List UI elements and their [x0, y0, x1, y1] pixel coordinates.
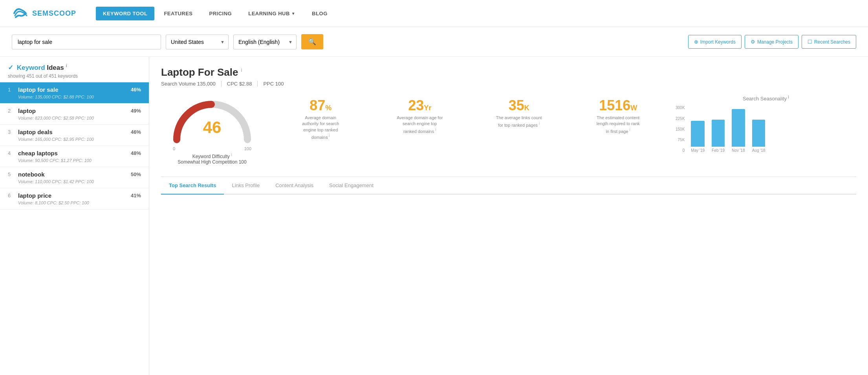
- keyword-stats: Search Volume 135,000 CPC $2.88 PPC 100: [161, 81, 856, 87]
- bar-label: Feb '19: [712, 148, 725, 153]
- content-area: Laptop For Sale i Search Volume 135,000 …: [149, 57, 868, 375]
- kw-pct: 41%: [131, 193, 141, 198]
- y-label: 75K: [676, 138, 685, 142]
- kw-name: laptop price: [15, 192, 131, 199]
- bar-column: Aug '18: [752, 120, 765, 153]
- bar: [732, 109, 745, 147]
- kw-number: 3: [8, 129, 15, 135]
- gauge-max: 100: [244, 146, 251, 151]
- logo-text: SEMSCOOP: [32, 9, 76, 18]
- gauge-wrap: 46: [169, 95, 255, 146]
- bar-label: Nov '18: [732, 148, 745, 153]
- stats-section: 87% Average domain authority for search …: [275, 98, 664, 140]
- action-buttons: ⊕ Import Keywords ⚙ Manage Projects ☐ Re…: [688, 35, 856, 49]
- keyword-item[interactable]: 6 laptop price 41% Volume: 8,100 CPC: $2…: [0, 188, 149, 209]
- seasonality-section: Search Seasonality i 300K 225K 150K 75K …: [676, 95, 856, 153]
- gauge-info-icon: i: [231, 153, 232, 157]
- logo-icon: [12, 5, 29, 22]
- search-input-wrap: [12, 35, 161, 49]
- manage-projects-button[interactable]: ⚙ Manage Projects: [745, 35, 798, 49]
- keyword-item[interactable]: 4 cheap laptops 48% Volume: 90,500 CPC: …: [0, 146, 149, 167]
- sidebar-title: ✓ Keyword Ideas i: [8, 63, 141, 72]
- country-select[interactable]: United States United Kingdom Canada Aust…: [166, 35, 229, 49]
- import-icon: ⊕: [694, 39, 698, 45]
- stat-info-icon: i: [539, 121, 540, 126]
- metrics-layout: 46 0 100 Keyword Difficulty i Somewhat H…: [161, 95, 856, 165]
- kw-pct: 46%: [131, 87, 141, 93]
- stat-value: 1516W: [595, 98, 642, 113]
- kw-number: 2: [8, 108, 15, 114]
- bar-column: May '19: [691, 121, 705, 153]
- kw-number: 4: [8, 150, 15, 156]
- search-button[interactable]: 🔍: [301, 34, 323, 49]
- kw-meta: Volume: 110,000 CPC: $1.42 PPC: 100: [8, 179, 141, 184]
- kw-number: 6: [8, 193, 15, 198]
- bar: [691, 121, 705, 147]
- keyword-main-title: Laptop For Sale i: [161, 66, 856, 78]
- language-select-wrap: English (English) Spanish (Spanish) Fren…: [233, 35, 297, 49]
- kw-name: cheap laptops: [15, 150, 131, 157]
- keyword-item[interactable]: 2 laptop 49% Volume: 823,000 CPC: $2.58 …: [0, 104, 149, 125]
- gauge-label: Keyword Difficulty i Somewhat High Compe…: [161, 153, 263, 165]
- kw-meta: Volume: 135,000 CPC: $2.88 PPC: 100: [8, 95, 141, 99]
- stat-info-icon: i: [630, 127, 630, 132]
- logo: SEMSCOOP: [12, 5, 76, 22]
- import-keywords-button[interactable]: ⊕ Import Keywords: [688, 35, 742, 49]
- keyword-item[interactable]: 3 laptop deals 46% Volume: 165,000 CPC: …: [0, 125, 149, 146]
- tabs-section: Top Search Results Links Profile Content…: [161, 177, 856, 195]
- keyword-item[interactable]: 5 notebook 50% Volume: 110,000 CPC: $1.4…: [0, 167, 149, 188]
- search-volume-stat: Search Volume 135,000: [161, 81, 221, 87]
- kw-pct: 46%: [131, 129, 141, 135]
- ppc-stat: PPC 100: [257, 81, 289, 87]
- sidebar: ✓ Keyword Ideas i showing 451 out of 451…: [0, 57, 149, 375]
- kw-pct: 48%: [131, 150, 141, 156]
- recent-searches-button[interactable]: ☐ Recent Searches: [802, 35, 856, 49]
- kw-name: laptop: [15, 107, 131, 114]
- bar-column: Nov '18: [732, 109, 745, 153]
- nav-features[interactable]: FEATURES: [157, 7, 200, 20]
- gauge-min: 0: [173, 146, 175, 151]
- nav-blog[interactable]: BLOG: [305, 7, 335, 20]
- keyword-item[interactable]: 1 laptop for sale 46% Volume: 135,000 CP…: [0, 82, 149, 104]
- main-layout: ✓ Keyword Ideas i showing 451 out of 451…: [0, 57, 868, 375]
- sidebar-showing: showing 451 out of 451 keywords: [8, 73, 141, 79]
- nav-keyword-tool[interactable]: KEYWORD TOOL: [96, 7, 154, 20]
- nav: KEYWORD TOOL FEATURES PRICING LEARNING H…: [96, 7, 335, 20]
- nav-learning-hub[interactable]: LEARNING HUB ▼: [241, 7, 302, 20]
- chart-y-labels: 300K 225K 150K 75K 0: [676, 106, 687, 153]
- y-label: 225K: [676, 117, 685, 121]
- seasonality-title: Search Seasonality i: [676, 95, 856, 102]
- y-label: 300K: [676, 106, 685, 110]
- tab-content-analysis[interactable]: Content Analysis: [267, 177, 321, 194]
- bar-column: Feb '19: [712, 120, 725, 153]
- sidebar-keyword-label: Keyword: [17, 64, 45, 71]
- sidebar-header: ✓ Keyword Ideas i showing 451 out of 451…: [0, 57, 149, 82]
- search-input[interactable]: [12, 35, 161, 49]
- tab-links-profile[interactable]: Links Profile: [224, 177, 267, 194]
- gauge-scale: 0 100: [169, 146, 255, 151]
- kw-name: notebook: [15, 171, 131, 178]
- stat-info-icon: i: [329, 133, 330, 138]
- search-area: United States United Kingdom Canada Aust…: [0, 27, 868, 57]
- tab-social-engagement[interactable]: Social Engagement: [321, 177, 381, 194]
- tab-top-search-results[interactable]: Top Search Results: [161, 177, 224, 194]
- chart-bars: May '19Feb '19Nov '18Aug '18: [687, 106, 774, 153]
- language-select[interactable]: English (English) Spanish (Spanish) Fren…: [233, 35, 297, 49]
- chart-container: 300K 225K 150K 75K 0 May '19Feb '19Nov '…: [676, 106, 856, 153]
- tabs-row: Top Search Results Links Profile Content…: [161, 177, 856, 195]
- gauge-section: 46 0 100 Keyword Difficulty i Somewhat H…: [161, 95, 263, 165]
- stat-card-age: 23Yr Average domain age for search engin…: [396, 98, 443, 140]
- gear-icon: ⚙: [751, 39, 755, 45]
- bar: [752, 120, 765, 147]
- kw-meta: Volume: 165,000 CPC: $2.95 PPC: 100: [8, 137, 141, 142]
- stat-card-links: 35K The average links count for top rank…: [495, 98, 542, 140]
- kw-meta: Volume: 90,500 CPC: $1.27 PPC: 100: [8, 158, 141, 163]
- title-info-icon: i: [241, 67, 242, 73]
- stat-value: 23Yr: [396, 98, 443, 113]
- kw-number: 1: [8, 87, 15, 93]
- keyword-list: 1 laptop for sale 46% Volume: 135,000 CP…: [0, 82, 149, 209]
- nav-pricing[interactable]: PRICING: [202, 7, 239, 20]
- gauge-value: 46: [203, 118, 222, 137]
- y-label: 0: [676, 148, 685, 153]
- header: SEMSCOOP KEYWORD TOOL FEATURES PRICING L…: [0, 0, 868, 27]
